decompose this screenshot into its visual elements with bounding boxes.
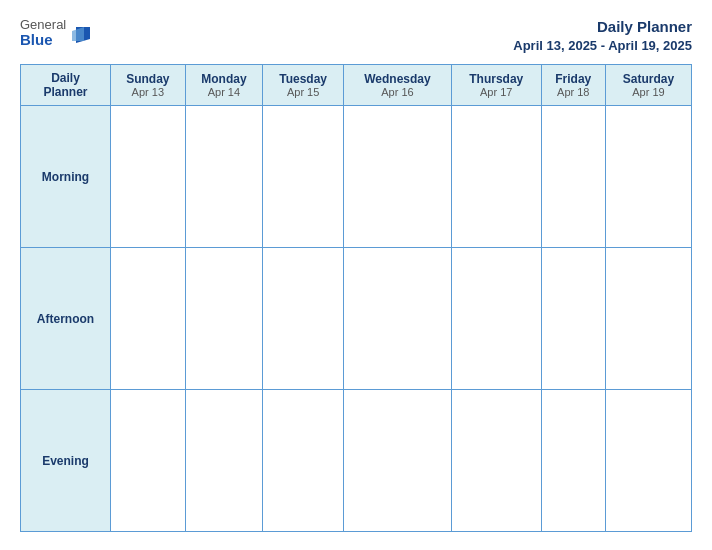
table-row: Afternoon — [21, 248, 692, 390]
cell-morning-wednesday[interactable] — [344, 106, 452, 248]
day-date-thursday: Apr 17 — [456, 86, 537, 98]
col-monday: Monday Apr 14 — [185, 65, 263, 106]
table-row: Evening — [21, 390, 692, 532]
row-label-morning: Morning — [21, 106, 111, 248]
logo-general: General — [20, 18, 66, 32]
cell-evening-monday[interactable] — [185, 390, 263, 532]
cell-afternoon-wednesday[interactable] — [344, 248, 452, 390]
day-name-monday: Monday — [190, 72, 259, 86]
cell-morning-monday[interactable] — [185, 106, 263, 248]
svg-marker-1 — [72, 27, 84, 41]
day-name-wednesday: Wednesday — [348, 72, 447, 86]
col-friday: Friday Apr 18 — [541, 65, 605, 106]
day-date-monday: Apr 14 — [190, 86, 259, 98]
table-header-row: Daily Planner Sunday Apr 13 Monday Apr 1… — [21, 65, 692, 106]
logo: General Blue — [20, 18, 92, 49]
logo-blue: Blue — [20, 32, 66, 49]
planner-title: Daily Planner — [597, 18, 692, 35]
col-sunday: Sunday Apr 13 — [111, 65, 186, 106]
day-name-friday: Friday — [546, 72, 601, 86]
col-saturday: Saturday Apr 19 — [605, 65, 691, 106]
title-area: Daily Planner April 13, 2025 - April 19,… — [513, 18, 692, 54]
day-date-wednesday: Apr 16 — [348, 86, 447, 98]
day-name-sunday: Sunday — [115, 72, 181, 86]
col-wednesday: Wednesday Apr 16 — [344, 65, 452, 106]
day-name-thursday: Thursday — [456, 72, 537, 86]
cell-morning-thursday[interactable] — [451, 106, 541, 248]
day-date-tuesday: Apr 15 — [267, 86, 339, 98]
planner-date-range: April 13, 2025 - April 19, 2025 — [513, 38, 692, 53]
cell-evening-sunday[interactable] — [111, 390, 186, 532]
cell-afternoon-friday[interactable] — [541, 248, 605, 390]
cell-morning-sunday[interactable] — [111, 106, 186, 248]
cell-afternoon-sunday[interactable] — [111, 248, 186, 390]
cell-evening-wednesday[interactable] — [344, 390, 452, 532]
page-header: General Blue Daily Planner April 13, 202… — [20, 18, 692, 54]
corner-cell: Daily Planner — [21, 65, 111, 106]
corner-line2: Planner — [25, 85, 106, 99]
cell-morning-friday[interactable] — [541, 106, 605, 248]
day-date-friday: Apr 18 — [546, 86, 601, 98]
cell-morning-tuesday[interactable] — [263, 106, 344, 248]
col-tuesday: Tuesday Apr 15 — [263, 65, 344, 106]
col-thursday: Thursday Apr 17 — [451, 65, 541, 106]
day-name-tuesday: Tuesday — [267, 72, 339, 86]
corner-line1: Daily — [25, 71, 106, 85]
day-date-sunday: Apr 13 — [115, 86, 181, 98]
cell-afternoon-monday[interactable] — [185, 248, 263, 390]
table-row: Morning — [21, 106, 692, 248]
cell-evening-friday[interactable] — [541, 390, 605, 532]
row-label-afternoon: Afternoon — [21, 248, 111, 390]
day-name-saturday: Saturday — [610, 72, 687, 86]
cell-evening-thursday[interactable] — [451, 390, 541, 532]
cell-afternoon-saturday[interactable] — [605, 248, 691, 390]
cell-morning-saturday[interactable] — [605, 106, 691, 248]
cell-afternoon-tuesday[interactable] — [263, 248, 344, 390]
cell-afternoon-thursday[interactable] — [451, 248, 541, 390]
cell-evening-saturday[interactable] — [605, 390, 691, 532]
day-date-saturday: Apr 19 — [610, 86, 687, 98]
planner-table: Daily Planner Sunday Apr 13 Monday Apr 1… — [20, 64, 692, 532]
cell-evening-tuesday[interactable] — [263, 390, 344, 532]
row-label-evening: Evening — [21, 390, 111, 532]
logo-icon — [70, 23, 92, 45]
